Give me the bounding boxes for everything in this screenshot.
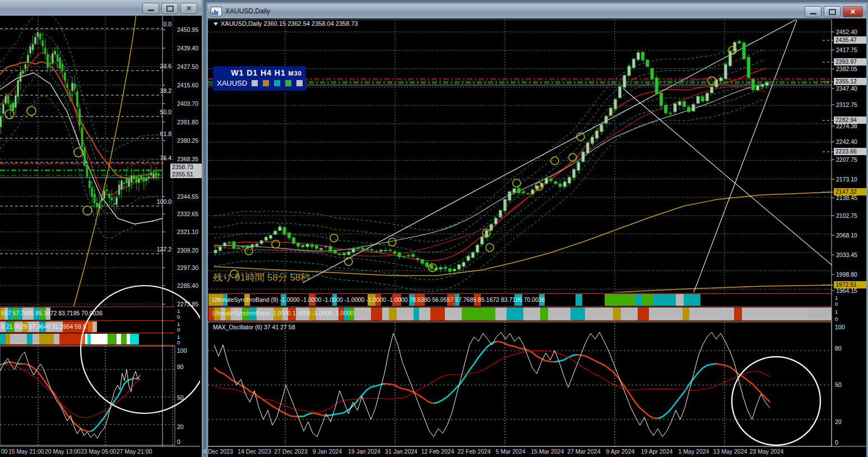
close-button[interactable]: ✕: [843, 6, 863, 17]
minimize-icon: [148, 10, 154, 11]
left-chart-area[interactable]: [0, 16, 202, 457]
minimize-button[interactable]: [142, 3, 159, 14]
restore-button[interactable]: [161, 3, 178, 14]
window-title: XAUUSD,Daily: [225, 7, 270, 15]
restore-icon: [166, 6, 174, 12]
close-icon: ✕: [186, 4, 192, 12]
right-chart-window: XAUUSD,Daily ✕: [206, 2, 868, 457]
left-window-titlebar[interactable]: ✕: [0, 0, 202, 16]
restore-icon: [829, 9, 836, 15]
chart-window-icon: [211, 7, 222, 16]
metatrader-workspace: { "left_window": { "row1_text": "557 57.…: [0, 0, 868, 457]
minimize-button[interactable]: [805, 6, 821, 17]
minimize-icon: [810, 13, 816, 15]
right-window-titlebar[interactable]: XAUUSD,Daily ✕: [208, 4, 866, 19]
close-icon: ✕: [850, 8, 856, 15]
restore-button[interactable]: [824, 6, 841, 17]
left-chart-window: ✕: [0, 0, 203, 457]
close-button[interactable]: ✕: [180, 3, 197, 14]
right-chart-area[interactable]: [208, 18, 866, 457]
